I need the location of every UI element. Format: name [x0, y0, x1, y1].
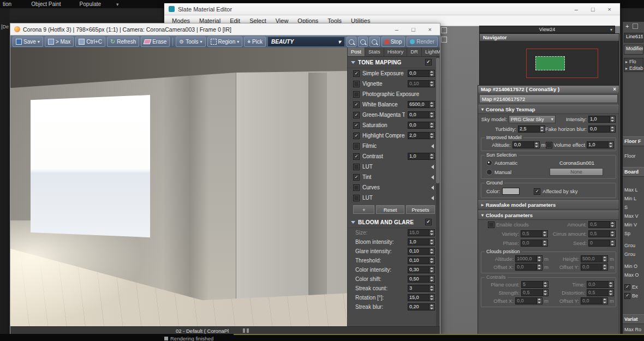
stop-button[interactable]: Stop [381, 37, 406, 47]
spinner[interactable]: 0,10 [408, 248, 435, 255]
spinner-arrows-icon[interactable] [430, 294, 435, 301]
expand-left-icon[interactable] [431, 165, 434, 169]
reset-button[interactable]: Reset [376, 205, 404, 214]
spinner-arrows-icon[interactable] [610, 125, 616, 133]
spinner[interactable]: 0,10 [408, 257, 435, 264]
ground-color-swatch[interactable] [502, 188, 520, 195]
refresh-button[interactable]: ↻Refresh [107, 37, 139, 47]
tab-post[interactable]: Post [348, 47, 365, 56]
spinner[interactable]: 3 [408, 285, 435, 292]
track-bar[interactable] [234, 334, 644, 335]
zoom-in-button[interactable] [369, 37, 379, 47]
copy-button[interactable]: Ctrl+C [75, 37, 105, 47]
tab-stats[interactable]: Stats [365, 47, 384, 56]
navigator-canvas[interactable] [480, 41, 619, 84]
bloom-glare-header[interactable]: BLOOM AND GLARE ✓ [348, 217, 440, 228]
spinner-arrows-icon[interactable] [430, 132, 435, 139]
maximize-button[interactable]: □ [412, 26, 415, 33]
minimize-button[interactable]: – [395, 26, 398, 33]
spinner[interactable]: 15,0 [408, 229, 435, 236]
rollout-rawafake-parameters[interactable]: ▸ Rawafake model parameters [478, 200, 619, 210]
render-button[interactable]: Render [407, 37, 438, 47]
checkbox[interactable]: ✓ [353, 174, 360, 181]
spinner-arrows-icon[interactable] [603, 255, 608, 262]
spinner[interactable]: 0,5 [588, 230, 616, 237]
spinner-arrows-icon[interactable] [430, 257, 435, 264]
expand-left-icon[interactable] [431, 186, 434, 190]
spinner[interactable]: 0,0 [408, 111, 435, 118]
tab-lightmix[interactable]: LightMix [422, 47, 440, 56]
object-name-field[interactable]: Line615 [624, 33, 643, 43]
ribbon-collapse-icon[interactable]: ▾ [116, 2, 119, 7]
stack-item[interactable]: ▸ Flo [624, 58, 643, 65]
volume-effect-checkbox[interactable] [546, 142, 552, 148]
vfb-title-bar[interactable]: Corona 9 (Hotfix 3) | 798×665px (1:1) | … [10, 23, 440, 35]
spinner[interactable]: 0,0 [581, 264, 608, 271]
spinner[interactable]: 0,5 [587, 289, 614, 296]
tab-dr[interactable]: DR [407, 47, 422, 56]
manual-radio[interactable] [486, 169, 492, 175]
modifier-list-dropdown[interactable]: Modifier Lis [624, 45, 643, 55]
spinner[interactable]: 0,10 [408, 80, 435, 87]
spinner[interactable]: 15,0 [408, 294, 435, 301]
spinner[interactable]: 0,0 [588, 125, 616, 133]
checkbox[interactable]: ✓ [624, 293, 630, 299]
spinner[interactable]: 0 [588, 240, 616, 247]
close-button[interactable]: × [428, 26, 432, 33]
pick-sun-none-button[interactable]: None [550, 168, 603, 176]
checkbox[interactable] [353, 195, 360, 201]
spinner-arrows-icon[interactable] [537, 264, 542, 271]
zoom-out-button[interactable] [347, 37, 356, 47]
render-element-dropdown[interactable]: BEAUTY▾ [267, 37, 345, 47]
rollout-header[interactable]: Board [623, 167, 644, 177]
stack-item[interactable]: ▸ Editab [624, 65, 643, 71]
zoom-reset-button[interactable] [358, 37, 368, 47]
spinner[interactable]: 1,0 [408, 238, 435, 246]
spinner-arrows-icon[interactable] [430, 80, 435, 87]
expand-left-icon[interactable] [431, 144, 434, 148]
spinner[interactable]: 2,5 [518, 125, 545, 133]
spinner[interactable]: 0,0 [521, 240, 548, 247]
panel-tab-icon[interactable] [633, 23, 638, 29]
checkbox[interactable] [353, 143, 360, 149]
slate-title-bar[interactable]: Slate Material Editor – □ × [164, 3, 620, 15]
spinner-arrows-icon[interactable] [430, 266, 435, 273]
checkbox[interactable]: ✓ [353, 122, 360, 129]
checkbox[interactable]: ✓ [353, 112, 360, 118]
spinner-arrows-icon[interactable] [610, 230, 616, 237]
erase-button[interactable]: Erase [141, 37, 170, 47]
spinner[interactable]: 0,0 [515, 264, 542, 271]
checkbox[interactable] [353, 81, 360, 87]
scrollbar[interactable] [436, 57, 439, 327]
sky-model-dropdown[interactable]: PRG Clear Sky▾ [509, 115, 556, 123]
spinner-arrows-icon[interactable] [430, 101, 435, 108]
spinner[interactable]: 1000,0 [515, 255, 542, 262]
spinner-arrows-icon[interactable] [609, 281, 614, 288]
rollout-corona-sky-texmap[interactable]: ▾ Corona Sky Texmap [478, 105, 619, 114]
send-to-max-button[interactable]: > Max [45, 37, 74, 47]
close-button[interactable]: × [608, 6, 611, 13]
checkbox[interactable]: ✓ [353, 133, 360, 139]
spinner-arrows-icon[interactable] [430, 229, 435, 236]
section-checkbox[interactable]: ✓ [425, 59, 432, 65]
spinner[interactable]: 0,0 [512, 141, 540, 148]
param-checkbox-row[interactable]: ✓Be [623, 291, 644, 300]
spinner[interactable]: 0,0 [581, 297, 608, 304]
slate-view-dropdown[interactable]: View24 ▾ [479, 26, 615, 33]
ribbon-tab-populate[interactable]: Populate [80, 1, 101, 7]
spinner-arrows-icon[interactable] [540, 125, 545, 133]
spinner-arrows-icon[interactable] [610, 221, 616, 228]
spinner-arrows-icon[interactable] [534, 141, 540, 148]
spinner-arrows-icon[interactable] [430, 122, 435, 129]
expand-left-icon[interactable] [431, 196, 434, 200]
spinner[interactable]: 6500,0 [408, 101, 435, 108]
spinner-arrows-icon[interactable] [430, 248, 435, 255]
tools-button[interactable]: ⚙Tools▾ [176, 37, 205, 47]
render-viewport[interactable] [10, 47, 347, 327]
checkbox[interactable]: ✓ [624, 284, 630, 290]
spinner-arrows-icon[interactable] [603, 264, 608, 271]
rollout-header[interactable]: Floor F [623, 136, 644, 146]
spinner[interactable]: 0,0 [587, 281, 614, 288]
spinner[interactable]: 0,0 [408, 70, 435, 77]
spinner-arrows-icon[interactable] [430, 276, 435, 283]
